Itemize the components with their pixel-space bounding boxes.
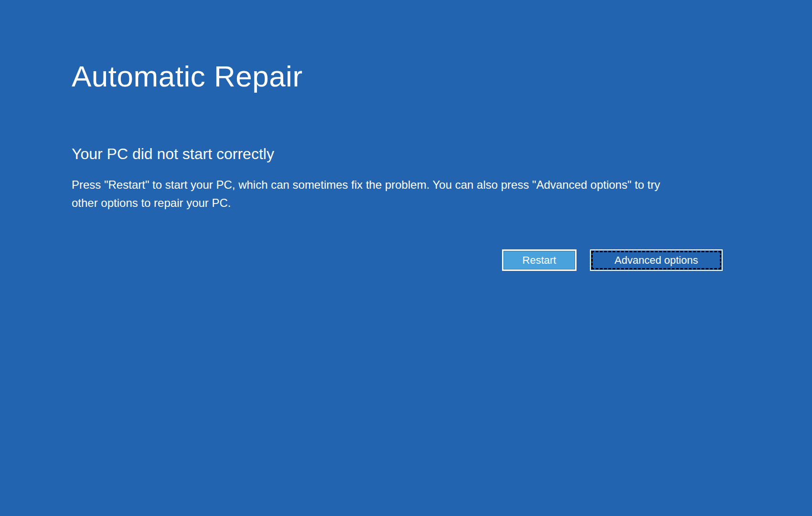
action-buttons: Restart Advanced options bbox=[502, 249, 723, 271]
restart-button-label: Restart bbox=[523, 254, 556, 267]
status-heading: Your PC did not start correctly bbox=[72, 145, 274, 162]
automatic-repair-screen: Automatic Repair Your PC did not start c… bbox=[0, 0, 812, 516]
advanced-options-button-label: Advanced options bbox=[615, 254, 698, 267]
status-description: Press "Restart" to start your PC, which … bbox=[72, 176, 660, 212]
restart-button[interactable]: Restart bbox=[502, 249, 577, 271]
page-title: Automatic Repair bbox=[72, 60, 303, 93]
advanced-options-button[interactable]: Advanced options bbox=[590, 249, 723, 271]
